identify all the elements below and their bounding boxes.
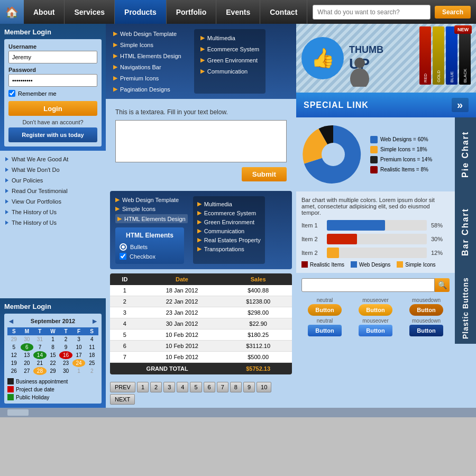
drop-item-web[interactable]: ▶Web Design Template bbox=[111, 29, 184, 38]
drop-item-multimedia[interactable]: ▶Multimedia bbox=[198, 33, 261, 42]
remember-checkbox[interactable] bbox=[8, 90, 15, 97]
drop2-multimedia[interactable]: ▶Multimedia bbox=[197, 200, 261, 207]
cal-day[interactable]: 27 bbox=[21, 367, 34, 375]
submit-button[interactable]: Submit bbox=[242, 167, 287, 181]
drop2-realestate[interactable]: ▶Real Estates Property bbox=[197, 236, 261, 243]
cal-day[interactable]: 30 bbox=[59, 367, 72, 375]
drop2-item-html[interactable]: ▶HTML Elements Design bbox=[115, 214, 188, 223]
cal-day[interactable]: 5 bbox=[7, 343, 21, 351]
cal-day[interactable]: 31 bbox=[33, 335, 47, 343]
page-2[interactable]: 2 bbox=[150, 382, 162, 392]
drop-item-premium[interactable]: ▶Premium Icons bbox=[111, 74, 184, 83]
checkbox-elem[interactable] bbox=[120, 253, 126, 260]
cal-day[interactable]: 9 bbox=[59, 343, 72, 351]
page-8[interactable]: 8 bbox=[230, 382, 242, 392]
cal-day[interactable]: 25 bbox=[85, 359, 98, 367]
plastic-btn-blue-mouseover[interactable]: Button bbox=[359, 325, 392, 336]
cal-day[interactable]: 4 bbox=[85, 335, 98, 343]
cal-day[interactable]: 11 bbox=[85, 343, 98, 351]
cal-day[interactable]: 13 bbox=[21, 351, 34, 359]
drop-item-nav[interactable]: ▶Navigations Bar bbox=[111, 62, 184, 71]
sidebar-item-what-dont[interactable]: What We Don't Do bbox=[2, 164, 104, 175]
plastic-search-button[interactable]: 🔍 bbox=[435, 278, 450, 292]
cal-day[interactable]: 22 bbox=[47, 359, 60, 367]
cal-day[interactable]: 3 bbox=[72, 335, 86, 343]
nav-item-products[interactable]: Products bbox=[115, 0, 167, 24]
drop2-item-simple[interactable]: ▶Simple Icons bbox=[115, 205, 188, 212]
plastic-btn-orange-mouseover[interactable]: Button bbox=[359, 304, 392, 316]
drop-item-green[interactable]: ▶Green Environment bbox=[198, 56, 261, 65]
drop-item-html[interactable]: ▶HTML Elements Design bbox=[111, 51, 184, 60]
page-1[interactable]: 1 bbox=[137, 382, 149, 392]
cal-day[interactable]: 20 bbox=[21, 359, 34, 367]
cal-day[interactable]: 29 bbox=[47, 367, 60, 375]
cal-day[interactable]: 19 bbox=[7, 359, 21, 367]
nav-item-about[interactable]: About bbox=[24, 0, 65, 24]
cal-day[interactable]: 7 bbox=[33, 343, 47, 351]
login-button[interactable]: Login bbox=[8, 101, 97, 116]
sidebar-item-testimonial[interactable]: Read Our Testimonial bbox=[2, 186, 104, 196]
nav-item-events[interactable]: Events bbox=[216, 0, 260, 24]
drop-item-comm[interactable]: ▶Communication bbox=[198, 67, 261, 76]
cal-day[interactable]: 28 bbox=[33, 367, 47, 375]
prev-button[interactable]: PREV bbox=[110, 382, 135, 392]
cal-day[interactable]: 15 bbox=[47, 351, 60, 359]
drop2-item-web[interactable]: ▶Web Design Template bbox=[115, 196, 188, 203]
page-9[interactable]: 9 bbox=[243, 382, 255, 392]
plastic-btn-orange-mousedown[interactable]: Button bbox=[409, 304, 443, 316]
search-button[interactable]: Search bbox=[435, 6, 471, 19]
cal-day[interactable]: 1 bbox=[72, 367, 86, 375]
cal-day[interactable]: 29 bbox=[7, 335, 21, 343]
sidebar-item-history-us[interactable]: The History of Us bbox=[2, 217, 104, 228]
cal-day[interactable]: 10 bbox=[72, 343, 86, 351]
cal-prev-btn[interactable]: ◄ bbox=[7, 317, 15, 325]
cal-day[interactable]: 17 bbox=[72, 351, 86, 359]
page-3[interactable]: 3 bbox=[163, 382, 175, 392]
special-link[interactable]: SPECIAL LINK » bbox=[296, 93, 476, 117]
page-6[interactable]: 6 bbox=[204, 382, 215, 392]
drop-item-simple[interactable]: ▶Simple Icons bbox=[111, 40, 184, 49]
next-button[interactable]: NEXT bbox=[110, 394, 135, 405]
drop2-comm[interactable]: ▶Communication bbox=[197, 227, 261, 234]
cal-next-btn[interactable]: ► bbox=[91, 317, 98, 325]
cal-day[interactable]: 30 bbox=[21, 335, 34, 343]
cal-day[interactable]: 23 bbox=[59, 359, 72, 367]
cal-day[interactable]: 1 bbox=[47, 335, 60, 343]
plastic-btn-blue-neutral[interactable]: Button bbox=[308, 325, 341, 336]
cal-day[interactable]: 8 bbox=[47, 343, 60, 351]
drop2-green[interactable]: ▶Green Environment bbox=[197, 218, 261, 225]
page-10[interactable]: 10 bbox=[257, 382, 271, 392]
username-input[interactable] bbox=[8, 51, 97, 63]
page-5[interactable]: 5 bbox=[190, 382, 202, 392]
cal-day[interactable]: 12 bbox=[7, 351, 21, 359]
cal-day[interactable]: 26 bbox=[7, 367, 21, 375]
sidebar-item-portfolios[interactable]: View Our Portfolios bbox=[2, 196, 104, 207]
scroll-thumb[interactable] bbox=[7, 409, 29, 416]
cal-day[interactable]: 24 bbox=[72, 359, 86, 367]
sidebar-item-history-ug[interactable]: The History of Us bbox=[2, 207, 104, 217]
cal-day[interactable]: 16 bbox=[59, 351, 72, 359]
drop2-transport[interactable]: ▶Transportations bbox=[197, 245, 261, 252]
sidebar-item-what-good[interactable]: What We Are Good At bbox=[2, 154, 104, 164]
home-button[interactable]: 🏠 bbox=[0, 0, 24, 24]
drop2-ecommerce[interactable]: ▶Ecommerce System bbox=[197, 209, 261, 216]
nav-item-contact[interactable]: Contact bbox=[260, 0, 307, 24]
page-7[interactable]: 7 bbox=[217, 382, 228, 392]
plastic-btn-blue-mousedown[interactable]: Button bbox=[409, 325, 443, 336]
cal-day[interactable]: 21 bbox=[33, 359, 47, 367]
search-input[interactable] bbox=[313, 5, 431, 20]
plastic-search-input[interactable] bbox=[301, 278, 435, 292]
cal-day[interactable]: 18 bbox=[85, 351, 98, 359]
page-4[interactable]: 4 bbox=[177, 382, 188, 392]
nav-item-portfolio[interactable]: Portfolio bbox=[167, 0, 217, 24]
drop-item-ecommerce[interactable]: ▶Ecommerce System bbox=[198, 44, 261, 53]
cal-day[interactable]: 6 bbox=[21, 343, 34, 351]
cal-day[interactable]: 2 bbox=[59, 335, 72, 343]
nav-item-services[interactable]: Services bbox=[65, 0, 115, 24]
drop-item-pagination[interactable]: ▶Pagination Designs bbox=[111, 85, 184, 94]
sidebar-item-policies[interactable]: Our Policies bbox=[2, 175, 104, 186]
cal-day[interactable]: 2 bbox=[85, 367, 98, 375]
password-input[interactable] bbox=[8, 74, 97, 87]
cal-day[interactable]: 14 bbox=[33, 351, 47, 359]
register-button[interactable]: Register with us today bbox=[8, 127, 97, 142]
